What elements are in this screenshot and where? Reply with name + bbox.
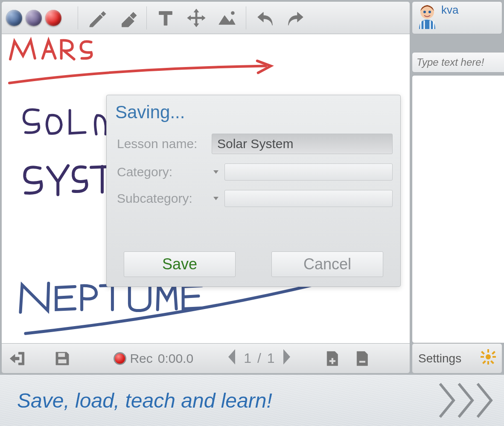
username: kva [441, 3, 458, 17]
whiteboard-canvas[interactable]: Saving... Lesson name: Category: Subcate… [1, 34, 410, 343]
text-tool[interactable] [152, 5, 179, 31]
redo-icon [286, 8, 306, 28]
prev-page-button[interactable] [226, 348, 238, 369]
chat-log[interactable] [412, 75, 504, 343]
footer-tagline: Save, load, teach and learn! [17, 389, 272, 412]
image-icon [217, 8, 237, 28]
chevron-down-icon [213, 195, 219, 201]
chevron-right-icon [281, 348, 293, 365]
save-file-button[interactable] [51, 347, 73, 370]
svg-point-3 [428, 11, 431, 13]
undo-button[interactable] [251, 5, 279, 31]
record-label: Rec [130, 351, 152, 366]
category-dropdown-trigger[interactable] [212, 168, 220, 176]
record-time: 0:00.0 [158, 351, 193, 366]
subcategory-select[interactable] [224, 190, 393, 207]
remove-page-button[interactable] [351, 347, 373, 370]
save-dialog: Saving... Lesson name: Category: Subcate… [106, 95, 401, 287]
color-purple[interactable] [26, 10, 42, 26]
add-page-button[interactable] [321, 347, 343, 370]
text-icon [156, 8, 175, 28]
next-page-button[interactable] [281, 348, 293, 369]
user-card[interactable]: kva [412, 1, 502, 34]
page-plus-icon [323, 350, 341, 367]
settings-button[interactable]: Settings [412, 343, 502, 373]
page-sep: / [257, 350, 261, 366]
dialog-title: Saving... [115, 102, 393, 123]
exit-icon [9, 350, 26, 367]
eraser-tool[interactable] [114, 5, 141, 31]
avatar [416, 3, 439, 29]
pencil-tool[interactable] [83, 5, 111, 31]
main-toolbar [1, 1, 410, 34]
chevron-right-icon [437, 381, 456, 420]
floppy-icon [54, 350, 71, 367]
cancel-button[interactable]: Cancel [271, 251, 383, 277]
undo-icon [255, 8, 275, 28]
pencil-icon [87, 8, 107, 28]
image-tool[interactable] [213, 5, 241, 31]
chat-input[interactable] [412, 52, 504, 73]
page-minus-icon [353, 350, 370, 367]
eraser-icon [118, 8, 137, 28]
page-current: 1 [244, 350, 251, 366]
svg-point-7 [486, 354, 491, 359]
chevron-left-icon [226, 348, 238, 365]
svg-point-0 [231, 11, 235, 15]
page-total: 1 [267, 350, 275, 366]
svg-rect-6 [359, 361, 365, 363]
svg-rect-5 [58, 359, 67, 363]
gear-icon [481, 349, 496, 368]
chevron-right-icon [456, 381, 475, 420]
svg-rect-4 [58, 353, 65, 357]
exit-button[interactable] [6, 347, 28, 370]
move-tool[interactable] [183, 5, 210, 31]
bottom-toolbar: Rec 0:00.0 1 / 1 [1, 343, 410, 373]
subcategory-dropdown-trigger[interactable] [212, 194, 220, 203]
chevron-down-icon [213, 169, 219, 175]
category-select[interactable] [224, 163, 393, 181]
svg-point-2 [423, 11, 426, 13]
save-button[interactable]: Save [124, 251, 236, 277]
settings-label: Settings [418, 352, 461, 365]
pager: 1 / 1 [226, 348, 292, 369]
move-icon [186, 8, 206, 28]
lesson-name-label: Lesson name: [114, 137, 212, 151]
category-label: Category: [114, 165, 212, 179]
lesson-name-input[interactable] [212, 134, 393, 154]
footer-next-button[interactable] [437, 381, 494, 420]
subcategory-label: Subcategory: [114, 191, 212, 206]
color-red[interactable] [45, 10, 61, 26]
footer-banner: Save, load, teach and learn! [0, 375, 504, 426]
chevron-right-icon [475, 381, 494, 420]
record-icon [114, 352, 126, 365]
color-blue[interactable] [6, 10, 22, 26]
record-button[interactable]: Rec 0:00.0 [114, 351, 193, 366]
redo-button[interactable] [282, 5, 309, 31]
